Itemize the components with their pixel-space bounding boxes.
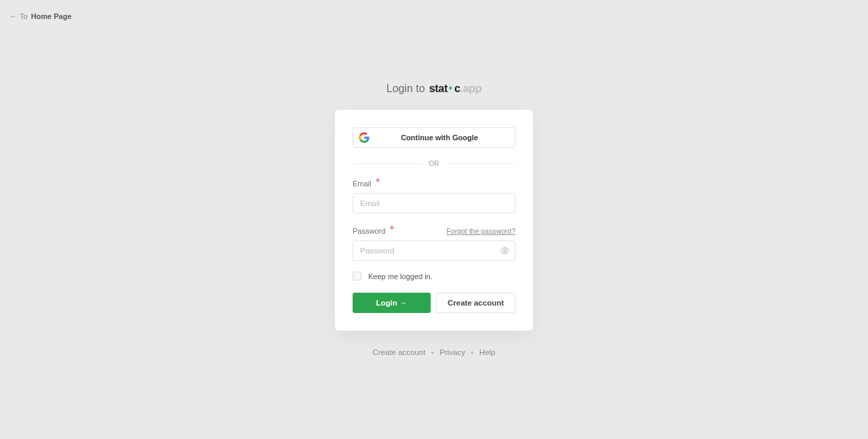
required-asterisk: * bbox=[390, 224, 394, 236]
keep-logged-in-label: Keep me logged in. bbox=[368, 272, 433, 280]
login-card: Continue with Google OR Email * Password… bbox=[335, 110, 533, 331]
arrow-left-icon: ← bbox=[9, 12, 17, 20]
brand-text-post: c bbox=[454, 83, 460, 95]
divider-label: OR bbox=[422, 160, 446, 167]
brand-logo: stat c .app bbox=[429, 83, 482, 95]
or-divider: OR bbox=[353, 160, 515, 167]
page-title: Login to stat c .app bbox=[387, 83, 482, 95]
separator-dot: ● bbox=[471, 350, 474, 356]
back-to-home-link[interactable]: ← To Home Page bbox=[9, 12, 72, 20]
password-label: Password bbox=[353, 227, 385, 235]
login-button[interactable]: Login → bbox=[353, 293, 431, 313]
svg-point-0 bbox=[504, 249, 507, 252]
bolt-icon bbox=[448, 83, 454, 93]
password-field[interactable] bbox=[353, 241, 515, 261]
keep-logged-in-checkbox[interactable] bbox=[353, 272, 361, 280]
title-prefix: Login to bbox=[387, 83, 425, 95]
footer-privacy-link[interactable]: Privacy bbox=[439, 348, 465, 356]
forgot-password-link[interactable]: Forgot the password? bbox=[446, 227, 515, 235]
footer-help-link[interactable]: Help bbox=[479, 348, 496, 356]
footer-create-account-link[interactable]: Create account bbox=[372, 348, 425, 356]
google-button-label: Continue with Google bbox=[370, 133, 509, 142]
google-icon bbox=[359, 132, 370, 143]
create-account-button[interactable]: Create account bbox=[436, 293, 515, 313]
back-home-label: Home Page bbox=[31, 12, 72, 20]
email-label: Email bbox=[353, 180, 372, 188]
back-to-label: To bbox=[20, 12, 28, 20]
footer-links: Create account ● Privacy ● Help bbox=[372, 348, 495, 356]
required-asterisk: * bbox=[376, 177, 380, 188]
separator-dot: ● bbox=[431, 350, 434, 356]
eye-icon[interactable] bbox=[500, 246, 510, 256]
continue-with-google-button[interactable]: Continue with Google bbox=[353, 127, 515, 148]
brand-text-pre: stat bbox=[429, 83, 448, 95]
email-field[interactable] bbox=[353, 193, 515, 213]
brand-suffix: .app bbox=[460, 83, 482, 95]
